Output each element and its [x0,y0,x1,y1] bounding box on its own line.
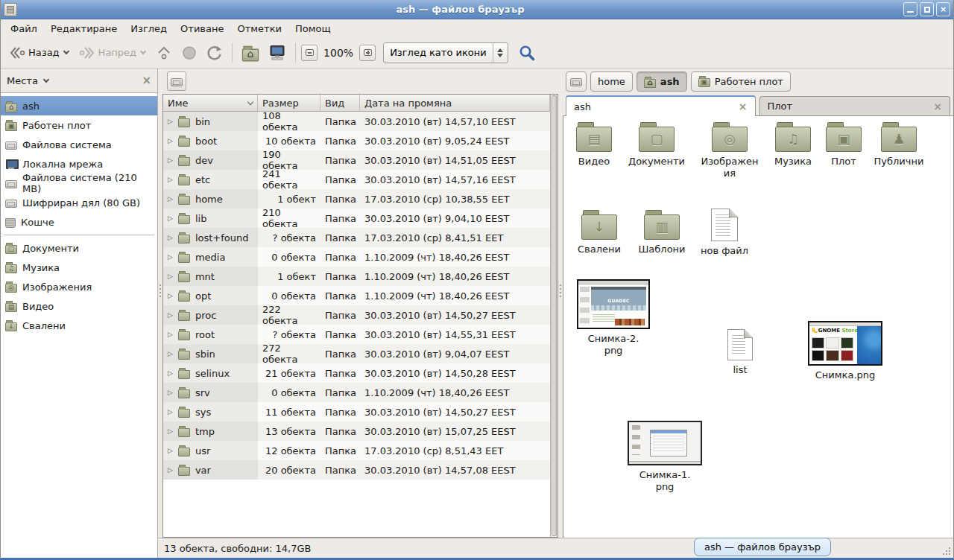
tree-row[interactable]: ▷var20 обектаПапка30.03.2010 (вт) 14,57,… [163,460,550,480]
search-button[interactable] [514,41,540,65]
expander-icon[interactable]: ▷ [168,214,173,222]
icon-documents-folder[interactable]: ▢ Документи [625,122,688,168]
expander-icon[interactable]: ▷ [168,427,173,435]
tree-row[interactable]: ▷opt0 обектаПапка1.10.2009 (чт) 18,40,26… [163,286,550,305]
expander-icon[interactable]: ▷ [168,389,173,396]
tree-row[interactable]: ▷srv0 обектаПапка1.10.2009 (чт) 18,40,26… [163,383,550,402]
sidebar-item-video[interactable]: ▤ Видео [1,296,157,316]
sidebar-item-pictures[interactable]: ◎ Изображения [1,277,157,296]
path-button-desktop[interactable]: ▣ Работен плот [691,71,791,92]
tree-row[interactable]: ▷proc222 обектаПапка30.03.2010 (вт) 14,5… [163,305,550,325]
expander-icon[interactable]: ▷ [168,195,173,203]
minimize-button[interactable] [903,2,917,16]
tree-row[interactable]: ▷sbin272 обектаПапка30.03.2010 (вт) 9,04… [163,344,550,363]
expander-icon[interactable]: ▷ [168,292,173,299]
forward-dropdown-icon[interactable] [140,48,146,54]
icon-video-folder[interactable]: ▤ Видео [566,122,622,168]
column-header-size[interactable]: Размер [258,95,320,112]
sidebar-item-desktop[interactable]: ▣ Работен плот [1,115,157,135]
menu-view[interactable]: Изглед [124,21,174,36]
sidebar-close-icon[interactable]: × [142,74,151,87]
tree-row[interactable]: ▷mnt1 обектПапка1.10.2009 (чт) 18,40,26 … [163,267,550,286]
expander-icon[interactable]: ▷ [168,176,173,183]
tree-row[interactable]: ▷usr12 обектаПапка17.03.2010 (ср) 8,51,4… [163,441,550,460]
menu-go[interactable]: Отиване [174,21,230,36]
zoom-out-button[interactable] [301,45,318,61]
sidebar-item-ash[interactable]: ⌂ ash [1,96,157,115]
icon-new-file[interactable]: нов файл [696,209,753,257]
tab-close-icon[interactable]: × [933,101,942,112]
sidebar-item-local-network[interactable]: Локална мрежа [1,154,157,174]
column-header-type[interactable]: Вид [320,95,360,112]
sidebar-item-filesystem-210mb[interactable]: Файлова система (210 MB) [1,174,157,193]
tree-row[interactable]: ▷lib210 обектаПапка30.03.2010 (вт) 9,04,… [163,209,550,228]
sidebar-header-label[interactable]: Места [7,75,38,86]
path-button-ash[interactable]: ⌂ ash [636,71,687,92]
expander-icon[interactable]: ▷ [168,447,173,454]
expander-icon[interactable]: ▷ [168,331,173,338]
sidebar-header-dropdown-icon[interactable] [43,76,49,82]
icon-snimka-1-png[interactable]: Снимка-1.png [623,421,707,493]
icon-desktop-folder[interactable]: ▣ Плот [817,122,871,168]
sidebar-item-filesystem[interactable]: Файлова система [1,135,157,154]
expander-icon[interactable]: ▷ [168,234,173,241]
menu-file[interactable]: Файл [4,21,44,36]
menu-help[interactable]: Помощ [288,21,338,36]
tree-row[interactable]: ▷dev190 обектаПапка30.03.2010 (вт) 14,51… [163,150,550,170]
tree-row[interactable]: ▷selinux21 обектаПапка30.03.2010 (вт) 14… [163,363,550,383]
reload-button[interactable] [203,42,227,64]
icon-templates-folder[interactable]: ▥ Шаблони [634,210,690,255]
tree-row[interactable]: ▷media0 обектаПапка1.10.2009 (чт) 18,40,… [163,247,550,267]
close-button[interactable]: × [936,2,950,16]
titlebar[interactable]: ash — файлов браузър × [1,0,953,19]
sidebar-item-downloads[interactable]: ↓ Свалени [1,316,157,335]
tree-scrollbar[interactable] [550,95,557,537]
tree-row[interactable]: ▷lost+found? обектаПапка17.03.2010 (ср) … [163,228,550,247]
sidebar-item-encrypted-80gb[interactable]: Шифриран дял (80 GB) [1,193,157,212]
icon-list-file[interactable]: list [713,329,768,376]
expander-icon[interactable]: ▷ [168,156,173,164]
up-button[interactable] [152,42,176,64]
tree-row[interactable]: ▷tmp13 обектаПапка30.03.2010 (вт) 15,07,… [163,421,550,441]
sidebar-item-music[interactable]: ♫ Музика [1,258,157,277]
tree-root-button[interactable] [167,71,186,91]
resize-grip[interactable] [943,547,950,555]
icon-snimka-2-png[interactable]: GUADEC Снимка-2.png [574,279,653,357]
menu-edit[interactable]: Редактиране [44,21,124,36]
expander-icon[interactable]: ▷ [168,273,173,280]
tree-row[interactable]: ▷home1 обектПапка17.03.2010 (ср) 10,38,5… [163,189,550,209]
tab-ash[interactable]: ash × [566,95,756,116]
back-dropdown-icon[interactable] [63,48,69,54]
sidebar-splitter[interactable] [158,69,162,538]
expander-icon[interactable]: ▷ [168,118,173,125]
column-header-name[interactable]: Име [163,95,258,112]
menu-bookmarks[interactable]: Отметки [230,21,288,36]
expander-icon[interactable]: ▷ [168,137,173,144]
expander-icon[interactable]: ▷ [168,369,173,377]
tree-row[interactable]: ▷sys11 обектаПапка30.03.2010 (вт) 14,50,… [163,402,550,421]
expander-icon[interactable]: ▷ [168,253,173,261]
sidebar-item-documents[interactable]: ▢ Документи [1,238,157,258]
expander-icon[interactable]: ▷ [168,350,173,357]
forward-button[interactable]: Напред [75,42,151,64]
icon-snimka-png[interactable]: 🦶GNOME Store Снимка.png [803,321,887,381]
icon-downloads-folder[interactable]: ↓ Свалени [571,210,628,255]
expander-icon[interactable]: ▷ [168,408,173,416]
icon-pictures-folder[interactable]: ◎ Изображения [699,122,760,179]
zoom-in-button[interactable] [359,45,376,61]
expander-icon[interactable]: ▷ [168,466,173,474]
column-header-date[interactable]: Дата на промяна [360,95,550,112]
tab-plot[interactable]: Плот × [759,96,951,115]
path-root-button[interactable] [566,71,587,92]
sidebar-item-trash[interactable]: Кошче [1,212,157,232]
maximize-button[interactable] [920,2,934,16]
tree-row[interactable]: ▷root? обектаПапка30.03.2010 (вт) 14,55,… [163,325,550,344]
home-button[interactable]: ⌂ [238,45,263,60]
tree-row[interactable]: ▷etc241 обектаПапка30.03.2010 (вт) 14,57… [163,170,550,189]
view-mode-combo[interactable]: Изглед като икони [383,42,508,63]
expander-icon[interactable]: ▷ [168,311,173,319]
combo-spinner-icon[interactable] [493,43,508,63]
icon-public-folder[interactable]: ♟ Публични [868,122,930,168]
tree-row[interactable]: ▷bin108 обектаПапка30.03.2010 (вт) 14,57… [163,112,550,131]
path-button-home[interactable]: home [590,71,633,92]
